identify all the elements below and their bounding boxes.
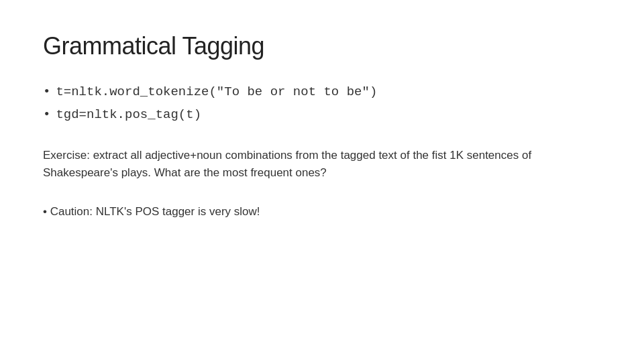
page-title: Grammatical Tagging	[43, 32, 601, 60]
caution-text: Caution: NLTK's POS tagger is very slow!	[50, 205, 260, 218]
slide: Grammatical Tagging • t=nltk.word_tokeni…	[0, 0, 644, 362]
code-line-2: tgd=nltk.pos_tag(t)	[56, 105, 201, 125]
code-line-1: t=nltk.word_tokenize("To be or not to be…	[56, 82, 377, 102]
bullet-marker-1: •	[43, 82, 50, 102]
bullet-item-1: • t=nltk.word_tokenize("To be or not to …	[43, 82, 601, 102]
exercise-block: Exercise: extract all adjective+noun com…	[43, 147, 601, 182]
caution-block: • Caution: NLTK's POS tagger is very slo…	[43, 203, 601, 221]
bullet-item-2: • tgd=nltk.pos_tag(t)	[43, 105, 601, 125]
content-area: • t=nltk.word_tokenize("To be or not to …	[43, 82, 601, 221]
exercise-label: Exercise: extract all adjective+noun com…	[43, 149, 531, 179]
bullet-marker-2: •	[43, 105, 50, 125]
caution-prefix: •	[43, 205, 50, 218]
exercise-label-text: Exercise:	[43, 149, 90, 162]
exercise-body-text: extract all adjective+noun combinations …	[43, 149, 531, 179]
